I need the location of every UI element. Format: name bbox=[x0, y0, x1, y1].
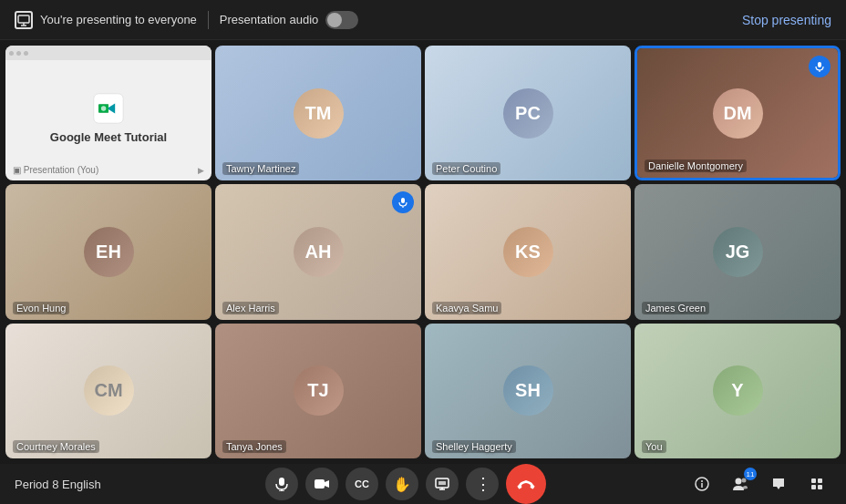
pres-mini-bar bbox=[5, 46, 212, 60]
tanya-video: TJ bbox=[215, 324, 421, 458]
tanya-name-label: Tanya Jones bbox=[222, 440, 286, 453]
top-bar: You're presenting to everyone Presentati… bbox=[0, 0, 846, 40]
pres-corner: ▶ bbox=[198, 166, 204, 175]
mic-button[interactable] bbox=[265, 468, 298, 500]
tile-you[interactable]: Y You bbox=[634, 324, 841, 458]
tile-danielle[interactable]: DM Danielle Montgomery bbox=[634, 46, 841, 180]
pres-title: Google Meet Tutorial bbox=[50, 130, 167, 144]
stop-presenting-button[interactable]: Stop presenting bbox=[742, 13, 831, 27]
tile-courtney[interactable]: CM Courtney Morales bbox=[5, 324, 212, 458]
camera-button[interactable] bbox=[305, 468, 338, 500]
present-icon bbox=[15, 11, 33, 29]
tile-shelley[interactable]: SH Shelley Haggerty bbox=[425, 324, 631, 458]
tile-james[interactable]: JG James Green bbox=[634, 184, 841, 319]
svg-point-5 bbox=[101, 106, 106, 110]
people-badge: 11 bbox=[744, 468, 757, 480]
evon-video: EH bbox=[5, 184, 212, 319]
svg-rect-28 bbox=[818, 485, 822, 489]
video-grid: Google Meet Tutorial ▣ Presentation (You… bbox=[0, 40, 846, 464]
svg-rect-13 bbox=[315, 479, 325, 489]
reactions-button[interactable]: ✋ bbox=[386, 468, 418, 500]
presentation-content: Google Meet Tutorial ▣ Presentation (You… bbox=[5, 46, 212, 180]
svg-rect-10 bbox=[279, 478, 284, 486]
shelley-video: SH bbox=[425, 324, 631, 458]
pres-footer: ▣ Presentation (You) bbox=[13, 165, 98, 175]
google-meet-logo bbox=[92, 92, 125, 125]
james-name-label: James Green bbox=[642, 302, 709, 314]
alex-name-label: Alex Harris bbox=[222, 302, 279, 314]
svg-rect-26 bbox=[818, 478, 822, 483]
kaavya-name-label: Kaavya Samu bbox=[432, 302, 501, 314]
audio-label: Presentation audio bbox=[220, 13, 318, 26]
tile-tawny[interactable]: TM Tawny Martinez bbox=[215, 46, 421, 180]
danielle-video: DM bbox=[637, 48, 838, 178]
toolbar-center: CC ✋ ⋮ bbox=[124, 464, 687, 504]
svg-point-21 bbox=[701, 480, 703, 482]
audio-toggle[interactable]: Presentation audio bbox=[220, 11, 358, 29]
peter-name-label: Peter Coutino bbox=[432, 162, 500, 175]
bottom-toolbar: Period 8 English CC ✋ bbox=[0, 464, 846, 504]
tile-alex[interactable]: AH Alex Harris bbox=[215, 184, 421, 319]
tile-tanya[interactable]: TJ Tanya Jones bbox=[215, 324, 421, 458]
svg-rect-17 bbox=[438, 481, 446, 485]
pres-dot-2 bbox=[16, 51, 21, 56]
end-call-button[interactable] bbox=[506, 464, 546, 504]
tawny-name-label: Tawny Martinez bbox=[222, 162, 299, 175]
pres-dot-1 bbox=[9, 51, 14, 56]
shelley-name-label: Shelley Haggerty bbox=[432, 440, 516, 453]
courtney-video: CM bbox=[5, 324, 212, 458]
tile-presentation[interactable]: Google Meet Tutorial ▣ Presentation (You… bbox=[5, 46, 212, 180]
info-button[interactable] bbox=[687, 469, 717, 499]
toggle-knob bbox=[327, 13, 342, 27]
people-button[interactable]: 11 bbox=[726, 469, 755, 499]
chat-button[interactable] bbox=[764, 469, 793, 499]
tile-peter[interactable]: PC Peter Coutino bbox=[425, 46, 631, 180]
james-video: JG bbox=[634, 184, 841, 319]
pres-logo: Google Meet Tutorial bbox=[50, 92, 167, 144]
present-button[interactable] bbox=[426, 468, 459, 500]
presenting-text: You're presenting to everyone bbox=[40, 13, 197, 26]
toolbar-right: 11 bbox=[687, 469, 831, 499]
svg-rect-0 bbox=[18, 15, 29, 23]
peter-video: PC bbox=[425, 46, 631, 180]
tile-kaavya[interactable]: KS Kaavya Samu bbox=[425, 184, 631, 319]
toggle-switch[interactable] bbox=[325, 11, 358, 29]
svg-rect-8 bbox=[401, 198, 405, 203]
svg-point-23 bbox=[736, 478, 742, 485]
svg-rect-27 bbox=[811, 485, 816, 489]
danielle-name-label: Danielle Montgomery bbox=[645, 159, 747, 172]
you-name-label: You bbox=[642, 440, 666, 453]
svg-rect-6 bbox=[818, 62, 821, 67]
kaavya-video: KS bbox=[425, 184, 631, 319]
you-video: Y bbox=[634, 324, 841, 458]
presenting-info: You're presenting to everyone bbox=[15, 11, 197, 29]
tawny-video: TM bbox=[215, 46, 421, 180]
tile-evon[interactable]: EH Evon Hung bbox=[5, 184, 212, 319]
svg-rect-25 bbox=[811, 478, 816, 483]
courtney-name-label: Courtney Morales bbox=[13, 440, 99, 453]
activities-button[interactable] bbox=[802, 469, 831, 499]
captions-button[interactable]: CC bbox=[346, 468, 378, 500]
pres-dot-3 bbox=[24, 51, 28, 56]
alex-video: AH bbox=[215, 184, 421, 319]
meeting-name: Period 8 English bbox=[15, 478, 124, 491]
danielle-mic-badge bbox=[809, 56, 831, 77]
evon-name-label: Evon Hung bbox=[13, 302, 69, 314]
more-options-button[interactable]: ⋮ bbox=[466, 468, 499, 500]
divider bbox=[208, 11, 209, 29]
